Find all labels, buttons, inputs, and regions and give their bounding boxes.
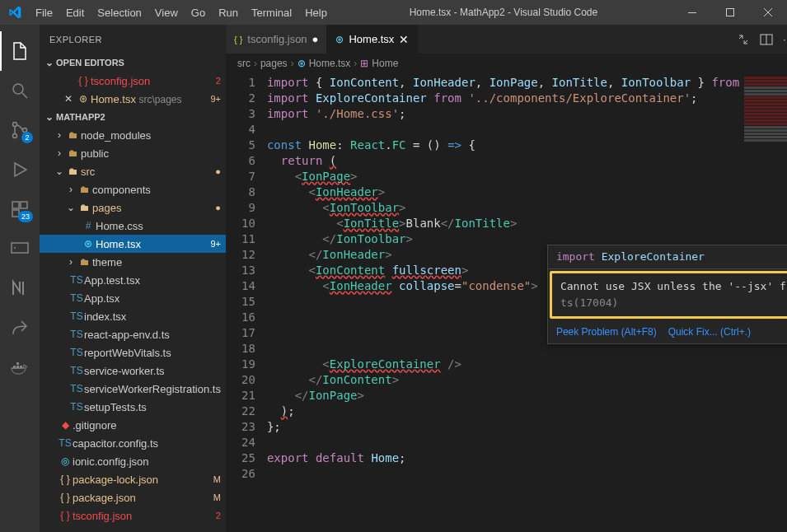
menu-terminal[interactable]: Terminal <box>245 7 298 19</box>
docker-activity[interactable] <box>0 348 40 387</box>
file-icon: # <box>81 220 96 231</box>
file-tree-item[interactable]: ◆.gitignore <box>40 416 226 434</box>
tab-label: tsconfig.json <box>247 33 307 45</box>
open-editor-item[interactable]: ✕⊛Home.tsx src\pages9+ <box>40 90 226 108</box>
badge: ● <box>212 166 221 176</box>
file-tree-item[interactable]: TSserviceWorkerRegistration.ts <box>40 380 226 398</box>
chevron-icon: ⌄ <box>64 202 77 213</box>
project-section[interactable]: ⌄ MATHAPP2 <box>40 108 226 126</box>
minimize-button[interactable] <box>673 0 711 25</box>
file-icon: 🖿 <box>66 166 81 177</box>
run-activity[interactable] <box>0 150 40 189</box>
file-tree-item[interactable]: ›🖿node_modules <box>40 126 226 144</box>
search-activity[interactable] <box>0 71 40 110</box>
breadcrumb[interactable]: src›pages›⊛ Home.tsx›⊞ Home <box>226 54 787 73</box>
compare-icon[interactable] <box>737 33 750 46</box>
split-editor-icon[interactable] <box>760 33 773 46</box>
file-tree-item[interactable]: TSApp.test.tsx <box>40 271 226 289</box>
chevron-icon: ⌄ <box>53 166 66 177</box>
file-label: Home.tsx <box>96 238 207 250</box>
file-tree-item[interactable]: TSsetupTests.ts <box>40 398 226 416</box>
breadcrumb-segment[interactable]: Home <box>372 58 398 69</box>
file-tree-item[interactable]: ›🖿theme <box>40 253 226 271</box>
file-label: components <box>92 184 221 196</box>
file-tree-item[interactable]: { }package-lock.jsonM <box>40 470 226 488</box>
svg-point-3 <box>13 123 17 127</box>
file-label: src <box>81 166 212 178</box>
close-button[interactable] <box>749 0 787 25</box>
file-tree-item[interactable]: TSservice-worker.ts <box>40 362 226 380</box>
svg-rect-0 <box>688 12 696 13</box>
file-tree-item[interactable]: ⌄🖿src● <box>40 162 226 180</box>
explorer-activity[interactable] <box>0 31 40 71</box>
badge: 2 <box>213 511 221 520</box>
file-icon: TS <box>69 329 84 340</box>
file-icon: TS <box>69 274 84 286</box>
peek-problem-link[interactable]: Peek Problem (Alt+F8) <box>556 324 657 340</box>
line-gutter: 1234567891011121314151617181920212223242… <box>226 73 267 532</box>
file-tree-item[interactable]: TSindex.tsx <box>40 307 226 325</box>
menu-edit[interactable]: Edit <box>59 7 91 19</box>
file-tree-item[interactable]: ◎ionic.config.json <box>40 452 226 470</box>
badge: 9+ <box>207 94 221 104</box>
file-icon: ◆ <box>58 419 73 431</box>
file-tree-item[interactable]: ›🖿components <box>40 180 226 198</box>
file-icon: TS <box>69 365 84 376</box>
title-bar: FileEditSelectionViewGoRunTerminalHelp H… <box>0 0 787 25</box>
file-tree-item[interactable]: TScapacitor.config.ts <box>40 434 226 452</box>
file-icon: ⊛ <box>335 34 344 45</box>
editor-tab[interactable]: { }tsconfig.json● <box>226 25 328 54</box>
menu-go[interactable]: Go <box>185 7 212 19</box>
share-activity[interactable] <box>0 308 40 348</box>
menu-help[interactable]: Help <box>298 7 334 19</box>
menu-run[interactable]: Run <box>212 7 245 19</box>
file-tree-item[interactable]: TSreportWebVitals.ts <box>40 343 226 362</box>
maximize-button[interactable] <box>711 0 749 25</box>
file-icon: TS <box>58 437 73 449</box>
quick-fix-link[interactable]: Quick Fix... (Ctrl+.) <box>668 324 751 340</box>
open-editors-section[interactable]: ⌄ OPEN EDITORS <box>40 54 226 72</box>
file-label: package.json <box>73 492 210 504</box>
breadcrumb-segment[interactable]: pages <box>260 58 288 69</box>
breadcrumb-segment[interactable]: src <box>237 58 251 69</box>
error-hover: import ExploreContainer Cannot use JSX u… <box>547 245 787 344</box>
svg-rect-7 <box>21 202 27 208</box>
nx-activity[interactable] <box>0 268 40 308</box>
file-label: .gitignore <box>73 419 221 432</box>
file-tree-item[interactable]: #Home.css <box>40 217 226 235</box>
file-icon: { } <box>58 492 73 503</box>
file-tree-item[interactable]: TSApp.tsx <box>40 289 226 307</box>
open-editor-item[interactable]: { }tsconfig.json2 <box>40 72 226 90</box>
file-label: theme <box>92 256 221 268</box>
menu-selection[interactable]: Selection <box>91 7 148 19</box>
error-message: Cannot use JSX unless the '--jsx' flag i… <box>550 271 787 319</box>
menu-file[interactable]: File <box>29 7 59 19</box>
file-icon: TS <box>69 347 84 358</box>
file-tree-item[interactable]: ›🖿public <box>40 144 226 162</box>
file-label: node_modules <box>81 129 221 142</box>
ext-badge: 23 <box>18 211 33 222</box>
file-label: reportWebVitals.ts <box>84 347 221 359</box>
editor-tab[interactable]: ⊛Home.tsx✕ <box>327 25 418 54</box>
file-tree-item[interactable]: ⌄🖿pages● <box>40 198 226 217</box>
badge: 2 <box>213 76 221 86</box>
breadcrumb-segment[interactable]: Home.tsx <box>309 58 351 69</box>
file-icon: TS <box>69 401 84 413</box>
file-icon: 🖿 <box>66 129 81 141</box>
file-tree-item[interactable]: { }tsconfig.json2 <box>40 506 226 525</box>
close-icon[interactable]: ✕ <box>399 33 409 46</box>
hover-signature: import ExploreContainer <box>548 245 787 269</box>
badge: 9+ <box>207 239 221 249</box>
more-icon[interactable]: ··· <box>783 33 787 45</box>
file-tree-item[interactable]: { }package.jsonM <box>40 488 226 506</box>
svg-point-2 <box>13 84 23 94</box>
close-icon[interactable]: ✕ <box>61 93 76 105</box>
file-tree-item[interactable]: ⊛Home.tsx9+ <box>40 235 226 253</box>
menu-view[interactable]: View <box>148 7 185 19</box>
explorer-sidebar: EXPLORER ⌄ OPEN EDITORS { }tsconfig.json… <box>40 25 226 532</box>
remote-activity[interactable] <box>0 229 40 268</box>
file-icon: 🖿 <box>77 256 92 268</box>
scm-activity[interactable]: 2 <box>0 110 40 150</box>
extensions-activity[interactable]: 23 <box>0 189 40 229</box>
file-tree-item[interactable]: TSreact-app-env.d.ts <box>40 325 226 343</box>
